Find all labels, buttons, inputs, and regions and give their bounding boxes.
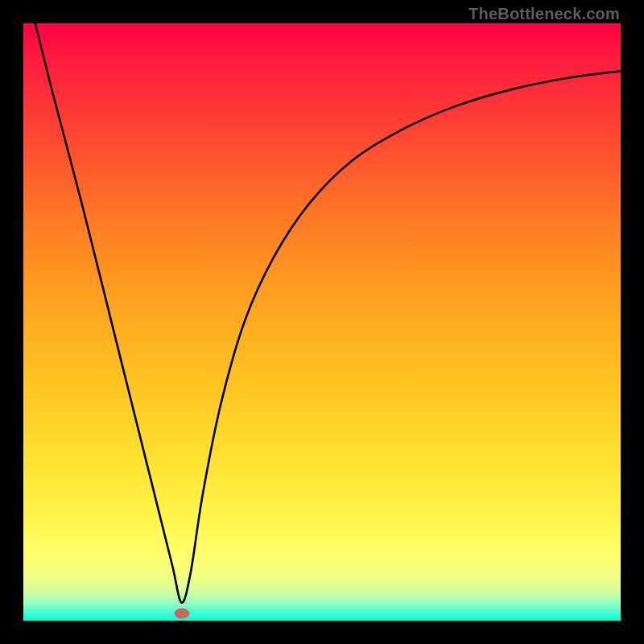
plot-area (23, 23, 621, 621)
watermark-label: TheBottleneck.com (469, 5, 620, 23)
minimum-marker (174, 609, 189, 619)
